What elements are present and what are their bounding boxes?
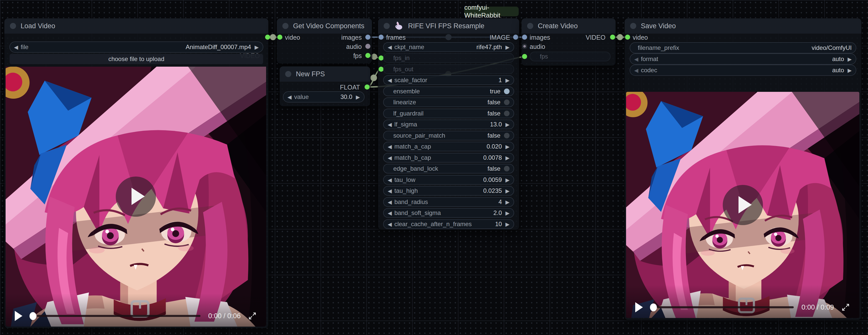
input-port-video[interactable] (277, 35, 282, 40)
decrement-arrow-icon[interactable]: ◀ (388, 122, 392, 127)
output-port-video[interactable] (265, 35, 270, 40)
widget-source_pair_match[interactable]: source_pair_match false (383, 131, 514, 141)
decrement-arrow-icon[interactable]: ◀ (634, 68, 638, 73)
node-rife-vfi-fps-resample[interactable]: RIFE VFI FPS Resample frames IMAGE ◀ ckp… (378, 18, 519, 230)
output-port-images[interactable] (365, 35, 370, 40)
toggle-dot[interactable] (504, 99, 509, 105)
increment-arrow-icon[interactable]: ▶ (505, 155, 509, 160)
progress-track[interactable] (657, 306, 794, 308)
decrement-arrow-icon[interactable]: ◀ (388, 155, 392, 160)
node-header[interactable]: RIFE VFI FPS Resample (378, 18, 519, 34)
output-port-image[interactable] (513, 35, 518, 40)
play-button[interactable] (15, 311, 22, 321)
decrement-arrow-icon[interactable]: ◀ (388, 188, 392, 193)
widget-edge_band_lock[interactable]: edge_band_lock false (383, 164, 514, 174)
decrement-arrow-icon[interactable]: ◀ (14, 44, 18, 50)
input-port-audio[interactable] (522, 44, 527, 49)
group-title-badge[interactable]: comfyui-WhiteRabbit (464, 7, 519, 16)
comfyui-canvas[interactable]: comfyui-WhiteRabbit Load Video VIDEO ◀ f… (0, 0, 868, 335)
decrement-arrow-icon[interactable]: ◀ (388, 144, 392, 149)
play-overlay-button[interactable] (723, 185, 763, 225)
decrement-arrow-icon[interactable]: ◀ (388, 221, 392, 227)
widget-format[interactable]: ◀ format auto ▶ (630, 53, 856, 65)
decrement-arrow-icon[interactable]: ◀ (388, 210, 392, 216)
collapse-dot[interactable] (527, 23, 533, 29)
collapse-dot[interactable] (10, 23, 16, 29)
widget-scale_factor[interactable]: ◀ scale_factor 1 ▶ (383, 75, 514, 85)
increment-arrow-icon[interactable]: ▶ (505, 210, 509, 216)
widget-tau_low[interactable]: ◀ tau_low 0.0059 ▶ (383, 175, 514, 185)
input-port-images[interactable] (522, 35, 527, 40)
increment-arrow-icon[interactable]: ▶ (848, 57, 852, 62)
widget-band_soft_sigma[interactable]: ◀ band_soft_sigma 2.0 ▶ (383, 208, 514, 218)
toggle-dot[interactable] (504, 111, 509, 116)
collapse-dot[interactable] (630, 23, 636, 29)
collapse-dot[interactable] (282, 23, 288, 29)
node-new-fps[interactable]: New FPS FLOAT ◀ value 30.0 ▶ (280, 66, 370, 106)
input-port-fps-out[interactable] (378, 67, 384, 72)
choose-file-button[interactable]: choose file to upload (9, 54, 263, 64)
widget-band_radius[interactable]: ◀ band_radius 4 ▶ (383, 197, 514, 207)
output-port-audio[interactable] (365, 44, 370, 49)
node-header[interactable]: Save Video (624, 18, 861, 34)
increment-arrow-icon[interactable]: ▶ (505, 144, 509, 149)
toggle-dot[interactable] (504, 166, 509, 172)
toggle-dot[interactable] (504, 89, 509, 94)
play-overlay-button[interactable] (116, 177, 156, 217)
node-create-video[interactable]: Create Video images audio VIDEO fps (522, 18, 616, 66)
widget-clear_cache_after_n_frames[interactable]: ◀ clear_cache_after_n_frames 10 ▶ (383, 219, 514, 229)
widget-ensemble[interactable]: ensemble true (383, 87, 514, 96)
node-get-video-components[interactable]: Get Video Components video images audio … (277, 18, 372, 64)
widget-match_a_cap[interactable]: ◀ match_a_cap 0.020 ▶ (383, 142, 514, 151)
widget-codec[interactable]: ◀ codec auto ▶ (630, 65, 856, 76)
increment-arrow-icon[interactable]: ▶ (505, 177, 509, 183)
fullscreen-icon[interactable] (248, 311, 257, 321)
input-port-fps[interactable] (522, 54, 527, 59)
widget-match_b_cap[interactable]: ◀ match_b_cap 0.0078 ▶ (383, 153, 514, 162)
decrement-arrow-icon[interactable]: ◀ (388, 200, 392, 205)
widget-filename_prefix[interactable]: filename_prefix video/ComfyUI (630, 42, 856, 53)
widget-tau_high[interactable]: ◀ tau_high 0.0235 ▶ (383, 186, 514, 195)
increment-arrow-icon[interactable]: ▶ (505, 122, 509, 127)
widget-ckpt_name[interactable]: ◀ ckpt_name rife47.pth ▶ (383, 42, 514, 52)
increment-arrow-icon[interactable]: ▶ (848, 68, 852, 73)
decrement-arrow-icon[interactable]: ◀ (634, 57, 638, 62)
input-port-frames[interactable] (378, 35, 384, 40)
node-header[interactable]: New FPS (280, 66, 370, 82)
progress-track[interactable] (37, 315, 200, 317)
node-header[interactable]: Load Video (4, 18, 269, 34)
decrement-arrow-icon[interactable]: ◀ (388, 78, 392, 83)
increment-arrow-icon[interactable]: ▶ (505, 221, 509, 227)
collapse-dot[interactable] (384, 23, 390, 29)
decrement-arrow-icon[interactable]: ◀ (287, 94, 291, 100)
output-port-float[interactable] (365, 85, 370, 90)
node-save-video[interactable]: Save Video video filename_prefix video/C… (624, 18, 861, 320)
widget-file[interactable]: ◀ file AnimateDiff_00007.mp4 ▶ (9, 41, 263, 53)
node-header[interactable]: Get Video Components (277, 18, 372, 34)
play-button[interactable] (635, 302, 643, 312)
input-port-video[interactable] (625, 35, 630, 40)
video-preview[interactable]: 0:00 / 0:09 (626, 92, 859, 318)
widget-lf_guardrail[interactable]: lf_guardrail false (383, 109, 514, 118)
widget-lf_sigma[interactable]: ◀ lf_sigma 13.0 ▶ (383, 120, 514, 129)
increment-arrow-icon[interactable]: ▶ (505, 78, 509, 83)
widget-value[interactable]: ◀ value 30.0 ▶ (283, 91, 365, 102)
toggle-dot[interactable] (504, 133, 509, 139)
decrement-arrow-icon[interactable]: ◀ (388, 177, 392, 183)
increment-arrow-icon[interactable]: ▶ (505, 44, 509, 50)
increment-arrow-icon[interactable]: ▶ (505, 188, 509, 193)
collapse-dot[interactable] (285, 71, 291, 77)
node-load-video[interactable]: Load Video VIDEO ◀ file AnimateDiff_0000… (4, 18, 269, 328)
widget-linearize[interactable]: linearize false (383, 97, 514, 107)
input-port-fps-in[interactable] (378, 56, 384, 61)
scrubber-handle[interactable] (650, 303, 657, 311)
decrement-arrow-icon[interactable]: ◀ (388, 44, 392, 50)
output-port-fps[interactable] (365, 53, 370, 58)
node-header[interactable]: Create Video (522, 18, 616, 34)
increment-arrow-icon[interactable]: ▶ (255, 44, 259, 50)
video-preview[interactable]: 0:00 / 0:06 (6, 67, 266, 327)
fullscreen-icon[interactable] (841, 303, 850, 312)
scrubber-handle[interactable] (30, 312, 36, 320)
increment-arrow-icon[interactable]: ▶ (505, 200, 509, 205)
output-port-video[interactable] (610, 35, 615, 40)
